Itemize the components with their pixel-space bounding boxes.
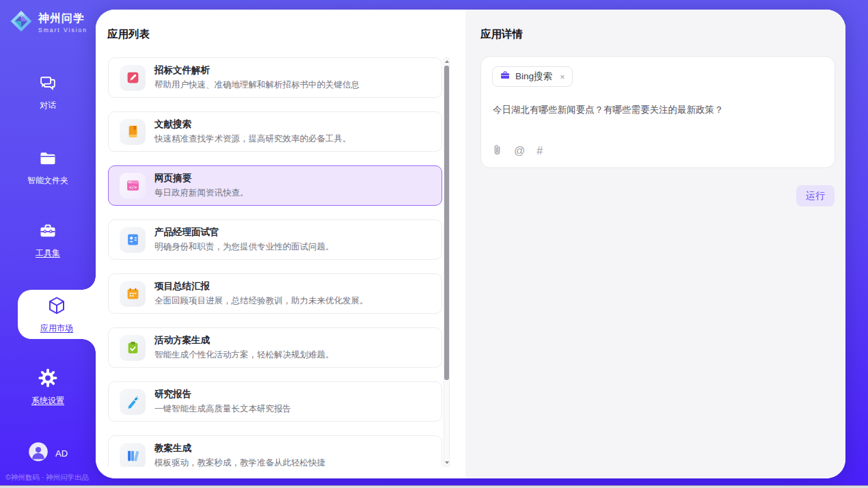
app-list-title: 应用列表: [107, 27, 150, 42]
scroll-up-arrow-icon[interactable]: [444, 58, 449, 65]
prompt-input[interactable]: 今日湖北有哪些新闻要点？有哪些需要关注的最新政策？: [493, 103, 821, 117]
app-list: 招标文件解析 帮助用户快速、准确地理解和解析招标书中的关键信息 文献搜索 快速精…: [108, 57, 443, 467]
diamond-logo-icon: [10, 10, 33, 36]
tool-chip-label: Bing搜索: [515, 70, 552, 83]
app-card-title: 活动方案生成: [154, 334, 334, 347]
gear-icon: [38, 368, 58, 391]
folder-icon: [38, 149, 57, 171]
close-icon[interactable]: ×: [560, 72, 565, 82]
sidebar-item-settings[interactable]: 系统设置: [0, 368, 96, 407]
event-plan-icon: [120, 335, 146, 361]
app-card-title: 文献搜索: [154, 118, 351, 131]
sidebar-item-app-market[interactable]: 应用市场: [18, 290, 96, 339]
sidebar-item-label: 系统设置: [31, 395, 64, 407]
app-card-lesson-plan[interactable]: 教案生成 模板驱动，教案秒成，教学准备从此轻松快捷: [108, 435, 442, 467]
scrollbar-thumb[interactable]: [444, 66, 449, 380]
paperclip-icon[interactable]: [492, 144, 502, 159]
toolbox-icon: [38, 221, 57, 243]
brand-logo: 神州问学 Smart Vision: [10, 10, 87, 36]
svg-text:</>: </>: [128, 185, 137, 189]
sidebar-item-chat[interactable]: 对话: [0, 74, 96, 111]
tool-chip-bing-search[interactable]: Bing搜索 ×: [492, 66, 573, 87]
app-card-title: 教案生成: [154, 442, 325, 455]
sidebar-item-label: 智能文件夹: [27, 175, 68, 187]
attachment-toolbar: @ #: [492, 144, 543, 159]
app-card-title: 项目总结汇报: [154, 280, 368, 293]
run-button[interactable]: 运行: [796, 185, 835, 206]
pm-interviewer-icon: [120, 227, 146, 253]
bottom-edge-strip: [0, 485, 868, 488]
main-content: 应用列表 招标文件解析 帮助用户快速、准确地理解和解析招标书中的关键信息: [96, 10, 845, 478]
prompt-card: Bing搜索 × 今日湖北有哪些新闻要点？有哪些需要关注的最新政策？ @ #: [480, 56, 835, 168]
hash-icon[interactable]: #: [537, 145, 543, 157]
app-card-title: 网页摘要: [154, 172, 249, 185]
research-report-icon: [120, 389, 146, 415]
sidebar: 神州问学 Smart Vision 对话 智能文件夹: [0, 0, 96, 488]
app-card-desc: 每日政府新闻资讯快查。: [154, 187, 249, 199]
app-card-event-plan[interactable]: 活动方案生成 智能生成个性化活动方案，轻松解决规划难题。: [108, 327, 442, 368]
app-card-title: 招标文件解析: [154, 64, 360, 77]
app-card-desc: 明确身份和职责，为您提供专业性的面试问题。: [154, 241, 334, 253]
app-card-title: 产品经理面试官: [154, 226, 334, 239]
sidebar-item-label: 应用市场: [40, 323, 73, 334]
sidebar-item-smart-folder[interactable]: 智能文件夹: [0, 149, 96, 187]
webpage-summary-icon: </>: [120, 173, 146, 199]
project-summary-icon: [120, 281, 146, 307]
bid-document-icon: [120, 65, 146, 91]
copyright-footer: ©神州数码 · 神州问学出品: [5, 473, 96, 483]
brand-subtitle: Smart Vision: [38, 27, 87, 33]
app-list-panel: 应用列表 招标文件解析 帮助用户快速、准确地理解和解析招标书中的关键信息: [96, 10, 465, 478]
app-card-research-report[interactable]: 研究报告 一键智能生成高质量长文本研究报告: [108, 381, 442, 422]
sidebar-item-label: 工具集: [36, 247, 60, 259]
app-card-pm-interviewer[interactable]: 产品经理面试官 明确身份和职责，为您提供专业性的面试问题。: [108, 219, 442, 260]
avatar: [28, 442, 49, 465]
at-mention-icon[interactable]: @: [514, 145, 525, 157]
app-card-project-summary[interactable]: 项目总结汇报 全面回顾项目进展，总结经验教训，助力未来优化发展。: [108, 273, 442, 314]
literature-search-icon: [120, 119, 146, 145]
app-detail-panel: 应用详情 Bing搜索 × 今日湖北有哪些新闻要点？有哪些需要关注的最新政策？: [465, 10, 845, 478]
scroll-down-arrow-icon[interactable]: [444, 459, 449, 466]
app-card-desc: 帮助用户快速、准确地理解和解析招标书中的关键信息: [154, 79, 360, 91]
lesson-plan-icon: [120, 443, 146, 467]
user-label: AD: [55, 448, 68, 459]
brand-name: 神州问学: [38, 12, 87, 26]
chat-icon: [38, 74, 57, 96]
sidebar-item-label: 对话: [40, 100, 56, 111]
cube-icon: [46, 295, 67, 318]
list-scrollbar[interactable]: [444, 57, 450, 467]
app-card-webpage-summary[interactable]: </> 网页摘要 每日政府新闻资讯快查。: [108, 165, 442, 206]
briefcase-icon: [500, 70, 511, 83]
app-card-desc: 一键智能生成高质量长文本研究报告: [154, 403, 291, 415]
app-card-desc: 智能生成个性化活动方案，轻松解决规划难题。: [154, 349, 334, 361]
sidebar-item-toolset[interactable]: 工具集: [0, 221, 96, 259]
app-card-literature-search[interactable]: 文献搜索 快速精准查找学术资源，提高研究效率的必备工具。: [108, 111, 442, 152]
app-card-title: 研究报告: [154, 388, 291, 401]
app-card-bid-document[interactable]: 招标文件解析 帮助用户快速、准确地理解和解析招标书中的关键信息: [108, 57, 442, 98]
app-card-desc: 全面回顾项目进展，总结经验教训，助力未来优化发展。: [154, 295, 368, 307]
user-account[interactable]: AD: [0, 442, 96, 465]
app-card-desc: 快速精准查找学术资源，提高研究效率的必备工具。: [154, 133, 351, 145]
app-card-desc: 模板驱动，教案秒成，教学准备从此轻松快捷: [154, 457, 325, 467]
app-detail-title: 应用详情: [480, 27, 523, 42]
